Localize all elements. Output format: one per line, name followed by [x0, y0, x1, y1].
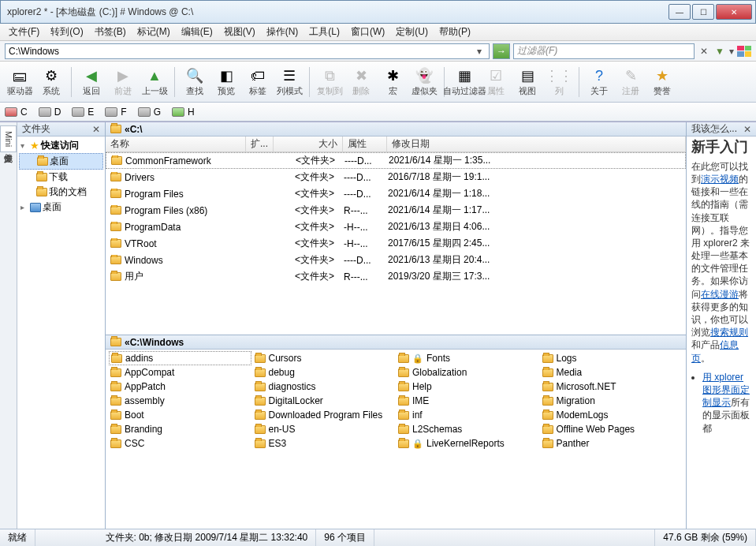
help-link-tour[interactable]: 在线漫游: [701, 289, 739, 300]
grid-item[interactable]: Boot: [109, 408, 251, 422]
grid-item[interactable]: Microsoft.NET: [541, 380, 683, 394]
toolbar-标签[interactable]: 🏷标签: [243, 64, 273, 100]
grid-item[interactable]: Migration: [541, 394, 683, 408]
grid-item[interactable]: DigitalLocker: [253, 394, 396, 408]
list-row[interactable]: Drivers<文件夹>----D...2016/7/18 星期一 19:1..…: [106, 169, 686, 185]
menu-5[interactable]: 视图(V): [218, 24, 261, 40]
maximize-button[interactable]: ☐: [692, 4, 714, 20]
list-row[interactable]: 用户<文件夹>R---...2019/3/20 星期三 17:3...: [106, 268, 686, 285]
drive-C[interactable]: C: [5, 107, 28, 118]
toolbar-赞誉[interactable]: ★赞誉: [647, 64, 677, 100]
toolbar-宏[interactable]: ✱宏: [378, 64, 408, 100]
twister-icon[interactable]: ▸: [20, 203, 28, 211]
grid-item[interactable]: Offline Web Pages: [541, 422, 683, 436]
col-size[interactable]: 大小: [274, 136, 343, 151]
clear-filter-icon[interactable]: ✕: [698, 45, 710, 58]
tree-item-desktop[interactable]: 桌面: [19, 153, 103, 170]
grid-item[interactable]: en-US: [253, 422, 396, 436]
col-name[interactable]: 名称: [106, 136, 246, 151]
list-row[interactable]: Program Files<文件夹>----D...2021/6/14 星期一 …: [106, 185, 686, 202]
tree-quick-access[interactable]: ▾ ★ 快速访问: [19, 138, 103, 153]
grid-item[interactable]: ModemLogs: [541, 408, 683, 422]
lower-grid-body[interactable]: addinsAppCompatAppPatchassemblyBootBrand…: [106, 350, 686, 529]
grid-item[interactable]: inf: [397, 408, 539, 422]
toolbar-虚似夹[interactable]: 👻虚似夹: [409, 64, 439, 100]
tree-item-downloads[interactable]: 下载: [19, 170, 103, 185]
grid-item[interactable]: Cursors: [253, 351, 396, 365]
menu-0[interactable]: 文件(F): [3, 24, 45, 40]
col-attr[interactable]: 属性: [343, 136, 387, 151]
toolbar-上一级[interactable]: ▲上一级: [140, 64, 169, 100]
grid-item[interactable]: CSC: [109, 436, 251, 451]
toolbar-驱动器[interactable]: 🖴驱动器: [5, 64, 35, 100]
grid-item[interactable]: Downloaded Program Files: [253, 408, 396, 422]
drive-H[interactable]: H: [172, 107, 195, 118]
grid-item[interactable]: Logs: [541, 351, 683, 365]
upper-list-body[interactable]: CommonFramework<文件夹>----D...2021/6/14 星期…: [106, 152, 686, 335]
grid-item[interactable]: AppCompat: [109, 365, 251, 380]
drive-D[interactable]: D: [39, 107, 61, 118]
menu-6[interactable]: 操作(N): [261, 24, 304, 40]
close-button[interactable]: ✕: [716, 4, 752, 20]
grid-item[interactable]: debug: [253, 365, 396, 380]
grid-item[interactable]: diagnostics: [253, 380, 396, 394]
grid-item[interactable]: L2Schemas: [397, 422, 539, 436]
toolbar-自动过滤器[interactable]: ▦自动过滤器: [449, 64, 479, 100]
color-swatch-icon[interactable]: [737, 46, 751, 57]
grid-item[interactable]: addins: [109, 351, 251, 365]
drive-E[interactable]: E: [72, 107, 94, 118]
list-row[interactable]: VTRoot<文件夹>-H--...2017/6/15 星期四 2:45...: [106, 235, 686, 252]
col-mdate[interactable]: 修改日期: [387, 136, 686, 151]
funnel-icon[interactable]: ▼: [713, 46, 726, 57]
list-row[interactable]: CommonFramework<文件夹>----D...2021/6/14 星期…: [106, 152, 686, 169]
grid-item[interactable]: IME: [397, 394, 539, 408]
folder-icon: [110, 256, 121, 264]
grid-item[interactable]: Panther: [541, 436, 683, 451]
toolbar-视图[interactable]: ▤视图: [512, 64, 542, 100]
menu-9[interactable]: 定制(U): [390, 24, 434, 40]
address-input[interactable]: C:\Windows ▾: [5, 43, 490, 59]
drive-F[interactable]: F: [105, 107, 126, 118]
tree-desktop-root[interactable]: ▸ 桌面: [19, 200, 103, 215]
toolbar-系统[interactable]: ⚙系统: [36, 64, 66, 100]
menu-1[interactable]: 转到(O): [45, 24, 88, 40]
grid-item[interactable]: ES3: [253, 436, 396, 451]
grid-item[interactable]: 🔒LiveKernelReports: [397, 436, 539, 451]
menu-4[interactable]: 编辑(E): [176, 24, 218, 40]
twister-icon[interactable]: ▾: [20, 141, 28, 150]
toolbar-返回[interactable]: ◀返回: [76, 64, 106, 100]
menu-8[interactable]: 窗口(W): [345, 24, 390, 40]
tree-close-icon[interactable]: ✕: [92, 124, 100, 135]
help-close-icon[interactable]: ✕: [743, 124, 751, 135]
grid-item[interactable]: 🔒Fonts: [397, 351, 539, 365]
list-row[interactable]: Windows<文件夹>----D...2021/6/13 星期日 20:4..…: [106, 252, 686, 268]
menu-10[interactable]: 帮助(P): [434, 24, 476, 40]
menu-2[interactable]: 书签(B): [89, 24, 132, 40]
grid-item[interactable]: Globalization: [397, 365, 539, 380]
grid-item[interactable]: Help: [397, 380, 539, 394]
list-row[interactable]: ProgramData<文件夹>-H--...2021/6/13 星期日 4:0…: [106, 219, 686, 235]
menu-3[interactable]: 标记(M): [132, 24, 176, 40]
grid-item[interactable]: Branding: [109, 422, 251, 436]
mini-virtual-folder-tab[interactable]: Mini虚似文件夹: [0, 125, 17, 152]
toolbar-列模式[interactable]: ☰列模式: [274, 64, 304, 100]
grid-item[interactable]: Media: [541, 365, 683, 380]
grid-item[interactable]: assembly: [109, 394, 251, 408]
drive-G[interactable]: G: [138, 107, 161, 118]
toolbar-查找[interactable]: 🔍查找: [180, 64, 210, 100]
grid-item[interactable]: AppPatch: [109, 380, 251, 394]
toolbar-预览[interactable]: ◧预览: [211, 64, 241, 100]
minimize-button[interactable]: —: [668, 4, 691, 20]
go-button[interactable]: →: [493, 43, 510, 59]
funnel-dropdown-icon[interactable]: ▾: [729, 46, 734, 57]
tree-body[interactable]: ▾ ★ 快速访问 桌面 下载 我的文档 ▸ 桌面: [17, 136, 105, 529]
filter-input[interactable]: 过滤器(F): [513, 43, 695, 59]
help-link-demo[interactable]: 演示视频: [701, 174, 739, 185]
help-link-search[interactable]: 搜索规则: [710, 327, 748, 338]
col-ext[interactable]: 扩...: [246, 136, 274, 151]
menu-7[interactable]: 工具(L): [304, 24, 345, 40]
toolbar-关于[interactable]: ?关于: [584, 64, 614, 100]
list-row[interactable]: Program Files (x86)<文件夹>R---...2021/6/14…: [106, 202, 686, 219]
tree-item-documents[interactable]: 我的文档: [19, 185, 103, 200]
address-dropdown-icon[interactable]: ▾: [473, 46, 486, 57]
